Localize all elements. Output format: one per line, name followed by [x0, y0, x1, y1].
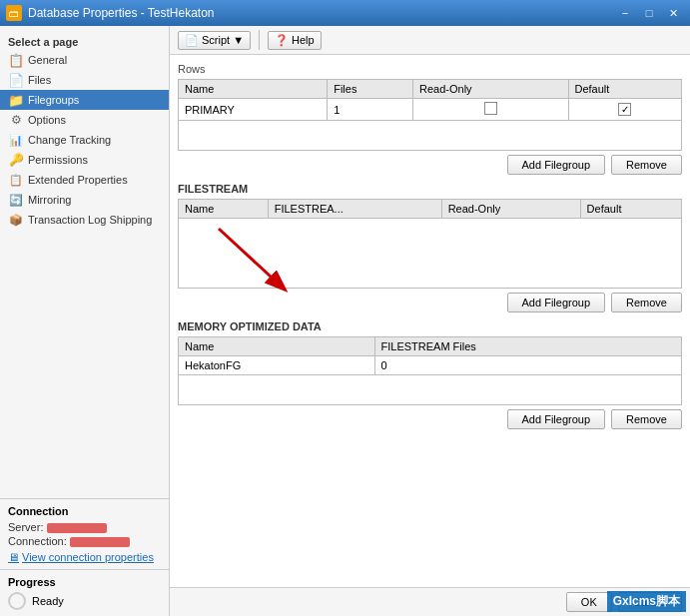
table-row: PRIMARY 1	[179, 99, 682, 121]
row-name[interactable]: PRIMARY	[179, 99, 328, 121]
sidebar-item-mirroring[interactable]: 🔄 Mirroring	[0, 190, 169, 210]
mirroring-icon: 🔄	[8, 192, 24, 208]
toolbar-divider	[259, 30, 260, 50]
close-button[interactable]: ✕	[662, 4, 684, 22]
progress-status: Ready	[32, 595, 64, 607]
sidebar-item-label: Transaction Log Shipping	[28, 214, 152, 226]
fs-col-name: Name	[179, 200, 269, 219]
sidebar-item-options[interactable]: ⚙ Options	[0, 110, 169, 130]
sidebar-item-filegroups[interactable]: 📁 Filegroups	[0, 90, 169, 110]
ok-button[interactable]: OK	[566, 592, 612, 612]
content-body: Rows Name Files Read-Only Default PRIMAR…	[170, 55, 690, 587]
arrow-annotation	[189, 219, 329, 310]
sidebar-item-transaction-log-shipping[interactable]: 📦 Transaction Log Shipping	[0, 210, 169, 230]
add-filegroup-button-mem[interactable]: Add Filegroup	[507, 409, 606, 429]
extended-properties-icon: 📋	[8, 172, 24, 188]
readonly-checkbox[interactable]	[484, 102, 497, 115]
mem-row-name[interactable]: HekatonFG	[179, 356, 375, 375]
red-arrow-svg	[189, 219, 329, 308]
app-icon: 🗃	[6, 5, 22, 21]
filestream-section-header: FILESTREAM	[178, 183, 682, 195]
col-name: Name	[179, 80, 328, 99]
mem-col-filestream: FILESTREAM Files	[374, 337, 682, 356]
memory-table: Name FILESTREAM Files HekatonFG 0	[178, 336, 682, 405]
filegroups-icon: 📁	[8, 92, 24, 108]
rows-table: Name Files Read-Only Default PRIMARY 1	[178, 79, 682, 151]
sidebar: Select a page 📋 General 📄 Files 📁 Filegr…	[0, 26, 170, 616]
dropdown-icon: ▼	[233, 34, 244, 46]
progress-title: Progress	[8, 576, 161, 588]
help-button[interactable]: ❓ Help	[268, 31, 322, 50]
svg-line-1	[219, 229, 284, 289]
rows-btn-row: Add Filegroup Remove	[178, 155, 682, 175]
mem-col-name: Name	[179, 337, 375, 356]
row-readonly	[413, 99, 568, 121]
title-bar: 🗃 Database Properties - TestHekaton − □ …	[0, 0, 690, 26]
col-default: Default	[568, 80, 682, 99]
txlog-icon: 📦	[8, 212, 24, 228]
filestream-table: Name FILESTREA... Read-Only Default	[178, 199, 682, 289]
script-icon: 📄	[185, 34, 199, 47]
progress-section: Progress Ready	[0, 569, 169, 616]
window-controls: − □ ✕	[614, 4, 684, 22]
sidebar-item-files[interactable]: 📄 Files	[0, 70, 169, 90]
server-value	[47, 523, 107, 533]
row-files: 1	[328, 99, 413, 121]
add-filegroup-button-fs[interactable]: Add Filegroup	[507, 293, 606, 312]
rows-section-label: Rows	[178, 63, 682, 75]
add-filegroup-button-rows[interactable]: Add Filegroup	[507, 155, 606, 175]
default-checkbox[interactable]	[618, 103, 631, 116]
view-connection-link[interactable]: 🖥 View connection properties	[8, 551, 161, 563]
sidebar-item-label: Files	[28, 74, 51, 86]
sidebar-item-label: Options	[28, 114, 66, 126]
files-icon: 📄	[8, 72, 24, 88]
select-page-title: Select a page	[0, 30, 169, 50]
view-link-icon: 🖥	[8, 551, 19, 563]
help-label: Help	[292, 34, 315, 46]
minimize-button[interactable]: −	[614, 4, 636, 22]
fs-col-filestream: FILESTREA...	[268, 200, 441, 219]
connection-value	[70, 537, 130, 547]
connection-title: Connection	[8, 505, 161, 517]
sidebar-item-general[interactable]: 📋 General	[0, 50, 169, 70]
options-icon: ⚙	[8, 112, 24, 128]
memory-section-header: MEMORY OPTIMIZED DATA	[178, 320, 682, 332]
general-icon: 📋	[8, 52, 24, 68]
memory-btn-row: Add Filegroup Remove	[178, 409, 682, 429]
remove-button-mem[interactable]: Remove	[611, 409, 682, 429]
content-panel: 📄 Script ▼ ❓ Help Rows Name Files Read-O…	[170, 26, 690, 616]
help-icon: ❓	[275, 34, 289, 47]
fs-col-readonly: Read-Only	[441, 200, 580, 219]
sidebar-item-label: Permissions	[28, 154, 88, 166]
mem-row-fs-files: 0	[374, 356, 682, 375]
change-tracking-icon: 📊	[8, 132, 24, 148]
sidebar-item-extended-properties[interactable]: 📋 Extended Properties	[0, 170, 169, 190]
connection-section: Connection Server: Connection: 🖥 View co…	[0, 498, 169, 569]
col-files: Files	[328, 80, 413, 99]
sidebar-item-label: Change Tracking	[28, 134, 111, 146]
toolbar: 📄 Script ▼ ❓ Help	[170, 26, 690, 55]
remove-button-fs[interactable]: Remove	[611, 293, 682, 312]
script-label: Script	[202, 34, 230, 46]
sidebar-item-change-tracking[interactable]: 📊 Change Tracking	[0, 130, 169, 150]
col-readonly: Read-Only	[413, 80, 568, 99]
maximize-button[interactable]: □	[638, 4, 660, 22]
sidebar-item-label: Extended Properties	[28, 174, 128, 186]
row-default	[568, 99, 682, 121]
remove-button-rows[interactable]: Remove	[611, 155, 682, 175]
watermark: GxIcms脚本	[607, 591, 686, 612]
fs-col-default: Default	[580, 200, 681, 219]
sidebar-item-label: Filegroups	[28, 94, 79, 106]
window-title: Database Properties - TestHekaton	[28, 6, 215, 20]
sidebar-item-label: General	[28, 54, 67, 66]
server-label: Server:	[8, 521, 43, 533]
script-button[interactable]: 📄 Script ▼	[178, 31, 251, 50]
progress-spinner	[8, 592, 26, 610]
sidebar-item-permissions[interactable]: 🔑 Permissions	[0, 150, 169, 170]
sidebar-item-label: Mirroring	[28, 194, 71, 206]
permissions-icon: 🔑	[8, 152, 24, 168]
table-row: HekatonFG 0	[179, 356, 682, 375]
connection-label: Connection:	[8, 535, 67, 547]
